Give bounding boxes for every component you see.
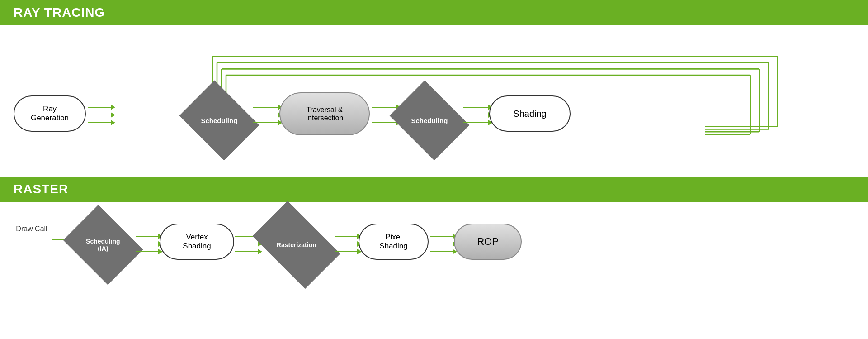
ray-generation-node: Ray Generation: [14, 95, 86, 132]
pixel-shading-node: Pixel Shading: [359, 224, 429, 260]
rop-node: ROP: [454, 224, 522, 260]
scheduling-ia-node: Scheduling (IA): [63, 205, 143, 285]
ray-tracing-header: RAY TRACING: [0, 0, 868, 25]
raster-flow: Draw Call Scheduling (IA) Vertex Shading…: [0, 211, 868, 283]
traversal-node: Traversal & Intersection: [279, 92, 370, 135]
scheduling2-node: Scheduling: [390, 81, 470, 161]
rasterization-node: Rasterization: [252, 201, 340, 289]
scheduling1-node: Scheduling: [179, 81, 259, 161]
ray-tracing-flow: Ray Generation Scheduling Traversal & In…: [0, 25, 868, 202]
raster-section: RASTER Draw Call Scheduling (IA) Vertex …: [0, 177, 868, 276]
shading-node: Shading: [489, 95, 571, 132]
raster-header: RASTER: [0, 177, 868, 202]
draw-call-label: Draw Call: [14, 224, 50, 234]
ray-tracing-section: RAY TRACING: [0, 0, 868, 177]
vertex-shading-node: Vertex Shading: [160, 224, 234, 260]
